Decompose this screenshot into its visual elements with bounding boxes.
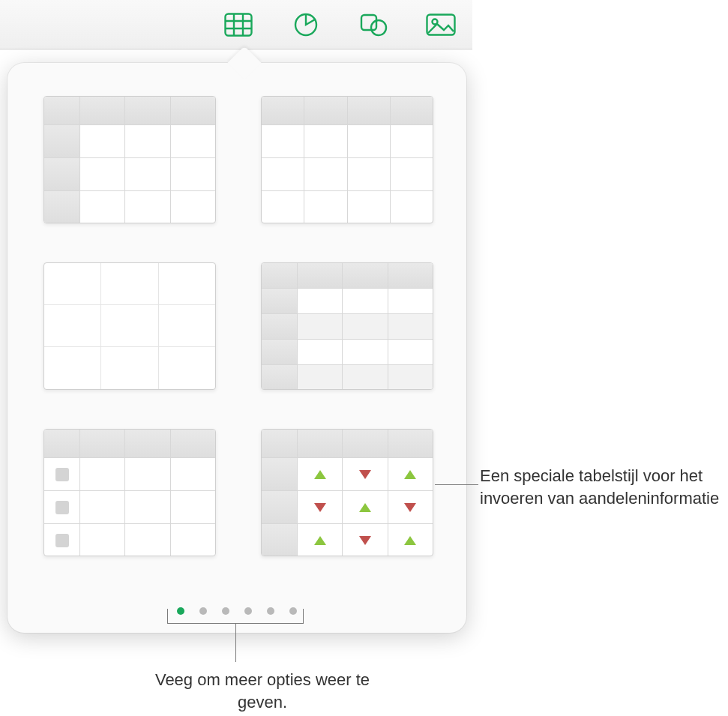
callout-bracket — [167, 609, 304, 624]
table-icon — [224, 13, 253, 37]
arrow-up-icon — [404, 470, 416, 479]
checkbox-icon — [55, 501, 69, 514]
table-style-checklist[interactable] — [43, 429, 216, 556]
checkbox-icon — [55, 534, 69, 547]
arrow-up-icon — [404, 536, 416, 545]
insert-table-button[interactable] — [211, 7, 265, 43]
insert-chart-button[interactable] — [279, 7, 333, 43]
arrow-down-icon — [404, 503, 416, 512]
callout-stocks-style: Een speciale tabelstijl voor het invoere… — [480, 465, 720, 509]
checkbox-icon — [55, 468, 69, 481]
insert-media-button[interactable] — [414, 7, 468, 43]
svg-rect-0 — [226, 13, 252, 35]
table-style-stripes[interactable] — [261, 262, 433, 390]
table-style-header-row[interactable] — [261, 96, 433, 223]
table-style-stocks[interactable] — [261, 429, 433, 556]
arrow-up-icon — [314, 470, 326, 479]
toolbar — [0, 0, 472, 49]
arrow-up-icon — [314, 536, 326, 545]
arrow-up-icon — [359, 503, 371, 512]
table-style-plain[interactable] — [43, 262, 216, 390]
arrow-down-icon — [359, 470, 371, 479]
svg-point-7 — [371, 20, 386, 35]
table-style-header-row-col[interactable] — [43, 96, 216, 223]
callout-swipe-more: Veeg om meer opties weer te geven. — [150, 669, 375, 713]
table-style-popover — [7, 63, 466, 633]
arrow-down-icon — [359, 536, 371, 545]
callout-leader-line — [435, 484, 478, 485]
arrow-down-icon — [314, 503, 326, 512]
shape-icon — [359, 13, 388, 37]
svg-rect-8 — [427, 14, 455, 34]
insert-shape-button[interactable] — [346, 7, 400, 43]
media-icon — [426, 13, 456, 36]
table-style-grid — [43, 96, 430, 556]
chart-icon — [293, 12, 319, 37]
